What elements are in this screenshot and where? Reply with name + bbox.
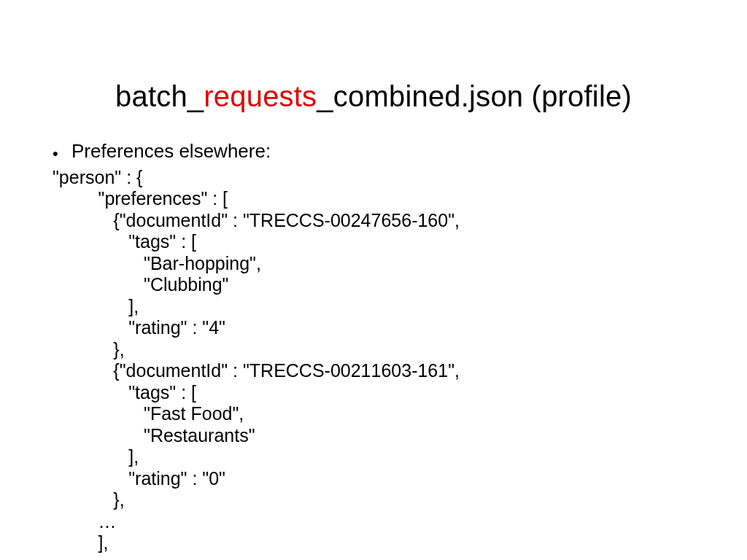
slide: batch_requests_combined.json (profile) •… [0, 0, 747, 560]
title-segment-3: _combined.json (profile) [317, 80, 632, 112]
code-snippet: "person" : { "preferences" : [ {"documen… [53, 167, 703, 554]
slide-body: • Preferences elsewhere: "person" : { "p… [53, 140, 703, 554]
slide-title: batch_requests_combined.json (profile) [0, 80, 747, 113]
bullet-text: Preferences elsewhere: [71, 140, 271, 163]
title-segment-highlight: requests [204, 80, 317, 112]
bullet-icon: • [53, 140, 71, 164]
title-segment-1: batch_ [115, 80, 204, 112]
bullet-item: • Preferences elsewhere: [53, 140, 703, 164]
